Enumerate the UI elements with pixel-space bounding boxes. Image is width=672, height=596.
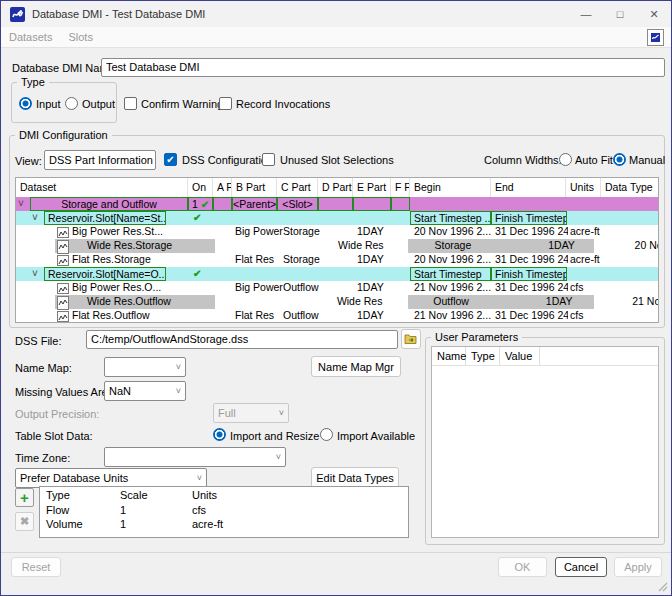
column-header-a-part[interactable]: A Pa: [213, 178, 232, 197]
user-parameters-table[interactable]: Name Type Value: [431, 346, 659, 538]
unit-row-scale[interactable]: 1: [120, 504, 126, 516]
close-icon[interactable]: ✕: [637, 1, 671, 27]
unit-row-scale[interactable]: 1: [120, 518, 126, 530]
units-preference-combo[interactable]: Prefer Database Units ˅: [15, 468, 207, 488]
b-part-cell: Wide Res: [337, 295, 383, 307]
dataset-cell[interactable]: Reservoir.Slot[Name=St...: [44, 211, 166, 225]
slot-selection-row[interactable]: ˅ Reservoir.Slot[Name=St... ✔ Start Time…: [16, 211, 658, 225]
up-column-name[interactable]: Name: [432, 347, 466, 365]
unit-row-units[interactable]: acre-ft: [192, 518, 223, 530]
column-header-c-part[interactable]: C Part: [277, 178, 318, 197]
column-header-units[interactable]: Units: [566, 178, 601, 197]
units-column-scale[interactable]: Scale: [120, 489, 148, 501]
b-part-cell[interactable]: <Parent>: [232, 197, 277, 211]
c-part-cell: Outflow: [283, 281, 319, 294]
units-column-type[interactable]: Type: [46, 489, 70, 501]
type-input-radio[interactable]: [19, 97, 32, 110]
d-part-cell[interactable]: [318, 197, 353, 211]
up-column-type[interactable]: Type: [466, 347, 500, 365]
e-part-cell: 1DAY: [357, 281, 384, 294]
units-cell: acre-ft: [570, 225, 614, 238]
dataset-cell[interactable]: Reservoir.Slot[Name=O...: [44, 267, 166, 281]
open-folder-icon: [404, 333, 418, 345]
view-combo[interactable]: DSS Part Information ˅: [44, 150, 156, 170]
column-header-dataset[interactable]: Dataset: [16, 178, 188, 197]
units-table[interactable]: Type Scale Units Flow 1 cfs Volume 1 acr…: [39, 486, 409, 538]
dataset-cell[interactable]: Storage and Outflow: [30, 197, 188, 211]
import-and-resize-radio[interactable]: [213, 428, 226, 441]
unused-slot-selections-checkbox[interactable]: [262, 153, 275, 166]
up-column-value[interactable]: Value: [500, 347, 540, 365]
units-cell: cfs: [570, 309, 614, 322]
begin-cell[interactable]: Start Timestep ...: [410, 211, 491, 225]
on-cell[interactable]: 1 ✔: [188, 197, 213, 211]
units-column-units[interactable]: Units: [192, 489, 217, 501]
column-header-on[interactable]: On: [188, 178, 213, 197]
end-cell[interactable]: Finish Timestep: [491, 267, 567, 281]
f-part-cell[interactable]: [391, 197, 410, 211]
apply-button[interactable]: Apply: [614, 557, 662, 577]
dataset-cell: Wide Res.Outflow: [87, 295, 171, 307]
slot-row[interactable]: Flat Res.Storage Flat Res Storage 1DAY 2…: [16, 253, 658, 267]
time-zone-combo[interactable]: ˅: [104, 447, 286, 467]
unit-row-type[interactable]: Flow: [46, 504, 69, 516]
unit-row-type[interactable]: Volume: [46, 518, 83, 530]
dataset-group-row[interactable]: ˅ Storage and Outflow 1 ✔ <Parent> <Slot…: [16, 197, 658, 211]
c-part-cell: Storage: [283, 225, 320, 238]
e-part-cell[interactable]: [353, 197, 391, 211]
slot-selection-row[interactable]: ˅ Reservoir.Slot[Name=O... ✔ Start Times…: [16, 267, 658, 281]
menu-slots[interactable]: Slots: [60, 31, 100, 43]
cancel-button[interactable]: Cancel: [555, 557, 607, 577]
menu-datasets[interactable]: Datasets: [1, 31, 60, 43]
manual-radio[interactable]: [613, 153, 626, 166]
maximize-icon[interactable]: □: [603, 1, 637, 27]
slot-row[interactable]: Flat Res.Outflow Flat Res Outflow 1DAY 2…: [16, 309, 658, 323]
c-part-cell: Storage: [283, 253, 320, 266]
dss-file-input[interactable]: C:/temp/OutflowAndStorage.dss: [86, 330, 398, 349]
dmi-name-input[interactable]: Test Database DMI: [101, 58, 665, 77]
confirm-warnings-checkbox[interactable]: [124, 97, 137, 110]
browse-dss-file-button[interactable]: [401, 329, 421, 349]
e-part-cell: 1DAY: [357, 309, 384, 322]
edit-data-types-button[interactable]: Edit Data Types: [311, 467, 399, 488]
auto-fit-radio[interactable]: [559, 153, 572, 166]
expand-chevron-icon[interactable]: ˅: [32, 211, 38, 224]
series-slot-icon: [57, 283, 69, 294]
remove-unit-button[interactable]: ✖: [15, 512, 34, 531]
import-available-radio[interactable]: [320, 428, 333, 441]
column-widths-label: Column Widths:: [484, 153, 562, 167]
column-header-end[interactable]: End: [491, 178, 566, 197]
name-map-mgr-button[interactable]: Name Map Mgr: [311, 356, 401, 377]
riverware-workspace-icon[interactable]: [647, 29, 664, 46]
minimize-icon[interactable]: —: [569, 1, 603, 27]
plus-icon: +: [20, 490, 29, 505]
column-header-e-part[interactable]: E Part: [353, 178, 391, 197]
record-invocations-checkbox[interactable]: [219, 97, 232, 110]
view-combo-value: DSS Part Information: [49, 154, 153, 166]
resize-grip[interactable]: [658, 582, 668, 592]
slot-row[interactable]: Big Power Res.O... Big Power Outflow 1DA…: [16, 281, 658, 295]
expand-chevron-icon[interactable]: ˅: [18, 197, 24, 210]
column-header-begin[interactable]: Begin: [410, 178, 491, 197]
column-header-f-part[interactable]: F Par: [391, 178, 410, 197]
add-unit-button[interactable]: +: [15, 488, 34, 507]
slot-row-selected[interactable]: Wide Res.Outflow Wide Res Outflow 1DAY 2…: [16, 295, 658, 309]
column-header-d-part[interactable]: D Part: [318, 178, 353, 197]
c-part-cell[interactable]: <Slot>: [277, 197, 318, 211]
type-output-radio[interactable]: [65, 97, 78, 110]
name-map-combo[interactable]: ˅: [104, 357, 186, 377]
a-part-cell[interactable]: [213, 197, 232, 211]
missing-values-combo[interactable]: NaN ˅: [104, 381, 186, 401]
dss-configuration-checkbox[interactable]: ✔: [164, 153, 177, 166]
title-bar[interactable]: Database DMI - Test Database DMI — □ ✕: [1, 1, 671, 27]
reset-button[interactable]: Reset: [11, 557, 61, 577]
slot-row-selected[interactable]: Wide Res.Storage Wide Res Storage 1DAY 2…: [16, 239, 658, 253]
ok-button[interactable]: OK: [498, 557, 547, 577]
unit-row-units[interactable]: cfs: [192, 504, 206, 516]
begin-cell[interactable]: Start Timestep: [410, 267, 491, 281]
end-cell[interactable]: Finish Timestep: [491, 211, 567, 225]
column-header-b-part[interactable]: B Part: [232, 178, 277, 197]
slot-row[interactable]: Big Power Res.St... Big Power Storage 1D…: [16, 225, 658, 239]
column-header-data-type[interactable]: Data Type: [601, 178, 658, 197]
expand-chevron-icon[interactable]: ˅: [32, 267, 38, 280]
